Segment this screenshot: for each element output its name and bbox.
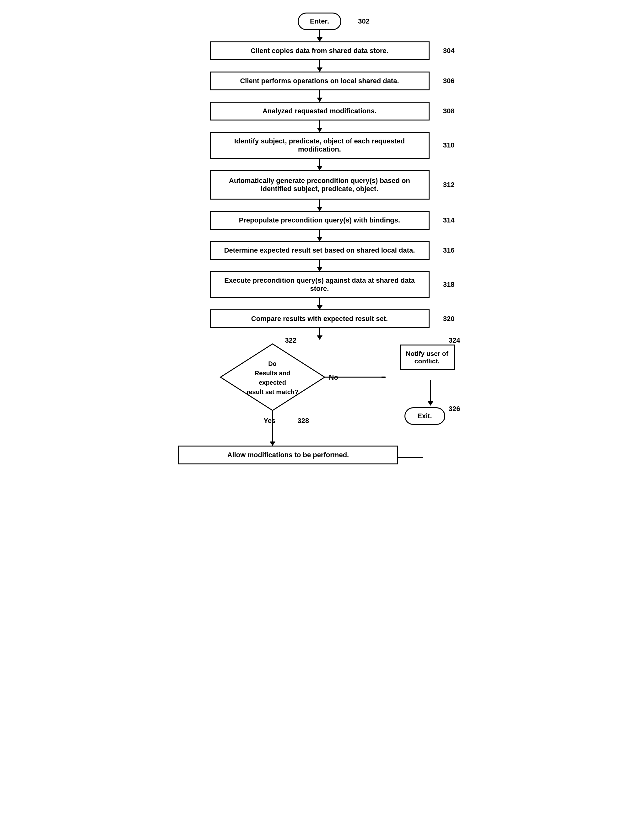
ref-328: 328 bbox=[298, 417, 309, 425]
node-314: Prepopulate precondition query(s) with b… bbox=[210, 211, 429, 230]
node-312: Automatically generate precondition quer… bbox=[210, 170, 429, 200]
flowchart: Enter. 302 Client copies data from share… bbox=[178, 13, 461, 452]
yes-label: Yes bbox=[264, 417, 276, 425]
arrow-2 bbox=[319, 60, 320, 71]
arrow-no bbox=[325, 377, 391, 378]
arrow-7 bbox=[319, 230, 320, 241]
ref-318: 318 bbox=[443, 281, 455, 289]
node-320: Compare results with expected result set… bbox=[210, 309, 429, 328]
ref-310: 310 bbox=[443, 141, 455, 149]
node-306: Client performs operations on local shar… bbox=[210, 71, 429, 90]
arrow-4 bbox=[319, 120, 320, 132]
node-302: Enter. bbox=[298, 13, 341, 30]
node-304: Client copies data from shared data stor… bbox=[210, 41, 429, 60]
ref-306: 306 bbox=[443, 77, 455, 85]
node-328: Allow modifications to be performed. bbox=[178, 445, 398, 464]
arrow-5 bbox=[319, 159, 320, 170]
node-326: Exit. bbox=[404, 407, 445, 425]
arrow-9 bbox=[319, 298, 320, 309]
node-324: Notify user of conflict. bbox=[400, 344, 455, 370]
arrow-8 bbox=[319, 260, 320, 271]
arrow-yes bbox=[272, 411, 273, 445]
arrow-6 bbox=[319, 200, 320, 211]
node-316: Determine expected result set based on s… bbox=[210, 241, 429, 260]
arrow-10 bbox=[319, 328, 320, 339]
arrow-allow-exit bbox=[398, 457, 445, 458]
arrow-3 bbox=[319, 90, 320, 101]
ref-324: 324 bbox=[449, 336, 460, 344]
ref-316: 316 bbox=[443, 246, 455, 255]
ref-312: 312 bbox=[443, 181, 455, 189]
ref-304: 304 bbox=[443, 47, 455, 55]
ref-302: 302 bbox=[358, 17, 370, 25]
diamond-label: DoResults and expectedresult set match? bbox=[241, 359, 304, 396]
node-318: Execute precondition query(s) against da… bbox=[210, 271, 429, 298]
decision-section: 322 DoResults and expectedresult set mat… bbox=[178, 339, 461, 452]
node-308: Analyzed requested modifications. bbox=[210, 101, 429, 120]
ref-308: 308 bbox=[443, 107, 455, 115]
arrow-1 bbox=[319, 30, 320, 41]
ref-320: 320 bbox=[443, 315, 455, 323]
arrow-notify-exit bbox=[430, 380, 431, 406]
ref-314: 314 bbox=[443, 216, 455, 224]
ref-326: 326 bbox=[449, 405, 460, 413]
node-310: Identify subject, predicate, object of e… bbox=[210, 132, 429, 159]
diamond-container: DoResults and expectedresult set match? bbox=[219, 343, 326, 413]
